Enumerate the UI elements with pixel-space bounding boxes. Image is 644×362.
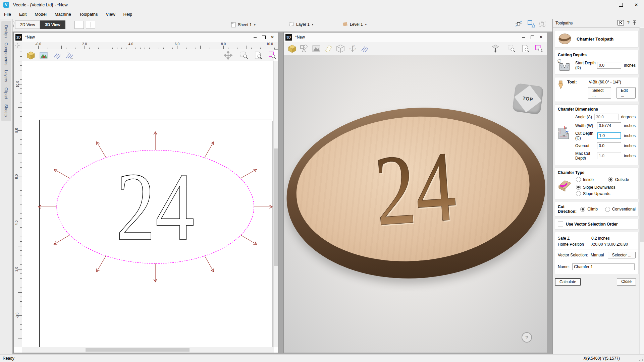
slope-downwards-option[interactable]: Slope Downwards	[576, 185, 636, 190]
2d-vertical-scrollbar[interactable]	[273, 61, 278, 347]
cut-depth-input[interactable]	[597, 132, 621, 139]
svg-text:X: X	[355, 48, 356, 50]
chamfer-inside-label: Inside	[583, 177, 594, 182]
menu-toolpaths[interactable]: Toolpaths	[75, 10, 102, 18]
vector-order-checkbox[interactable]	[558, 222, 563, 227]
material-block-icon[interactable]	[26, 51, 35, 60]
scrollbar-thumb[interactable]	[86, 348, 190, 352]
radio-icon	[576, 191, 581, 196]
tool-edit-button[interactable]: Edit ...	[616, 87, 636, 99]
tab-2d-view[interactable]: 2D View	[15, 20, 40, 29]
3d-badge: 3D	[285, 34, 292, 41]
snap-geometry-icon[interactable]	[514, 19, 523, 28]
sheet-plane-icon[interactable]	[324, 44, 333, 53]
draw-vectors-icon[interactable]	[300, 44, 309, 53]
2d-maximize-button[interactable]	[259, 33, 268, 42]
2d-view-window: 2D *New ✕ -0.0 2.0 4.0 6.0 8.0	[13, 32, 278, 353]
bitmap-icon[interactable]	[39, 51, 48, 60]
2d-vectors: 24	[22, 61, 274, 347]
zoom-selected-icon[interactable]	[268, 51, 277, 60]
selector-button[interactable]: Selector ...	[608, 252, 636, 258]
2d-horizontal-scrollbar[interactable]	[22, 347, 274, 353]
scrollbar-thumb[interactable]	[274, 148, 278, 266]
level-selector-label: Level 1	[350, 22, 363, 27]
2d-canvas[interactable]: 24	[22, 61, 274, 347]
zoom-box-icon[interactable]	[507, 44, 516, 53]
number-vector-text[interactable]: 24	[116, 152, 195, 261]
3d-window-titlebar[interactable]: 3D *New ✕	[284, 33, 547, 42]
panel-scrollbar[interactable]	[639, 27, 644, 354]
2d-minimize-button[interactable]	[251, 33, 259, 42]
zoom-extents-icon[interactable]	[254, 51, 263, 60]
layer-selector-label: Layer 1	[296, 22, 310, 27]
toolpaths-panel-header: Toolpaths ?	[553, 19, 644, 27]
panel-help-icon[interactable]: ?	[627, 20, 630, 25]
chamfer-inside-option[interactable]: Inside	[576, 177, 608, 182]
safe-z-label: Safe Z	[558, 236, 591, 241]
2d-close-button[interactable]: ✕	[268, 33, 277, 42]
tool-value: V-Bit (60.0° - 1/4")	[589, 80, 621, 84]
snap-grid-icon[interactable]	[538, 19, 547, 28]
sidebar-tab-sheets[interactable]: Sheets	[1, 100, 11, 121]
wireframe-box-icon[interactable]	[336, 44, 345, 53]
tool-select-button[interactable]: Select ...	[588, 87, 611, 99]
maximize-button[interactable]	[613, 0, 629, 9]
menu-file[interactable]: File	[0, 10, 15, 18]
tab-3d-view[interactable]: 3D View	[40, 20, 65, 29]
solid-view-icon[interactable]	[491, 44, 500, 53]
bitmap-icon[interactable]	[312, 44, 321, 53]
angle-input[interactable]	[594, 114, 619, 120]
axis-arrow-icon[interactable]: YX Z	[348, 44, 357, 53]
overcut-input[interactable]	[597, 142, 621, 149]
menu-view[interactable]: View	[102, 10, 119, 18]
close-button[interactable]: ✕	[629, 0, 644, 9]
split-vertical-icon[interactable]	[86, 21, 95, 29]
scrollbar-thumb[interactable]	[640, 28, 644, 242]
snap-vectors-icon[interactable]	[527, 19, 535, 28]
level-selector[interactable]: Level 1 ▼	[341, 22, 367, 27]
minimize-button[interactable]	[598, 0, 613, 9]
sheet-selector-label: Sheet 1	[238, 22, 252, 27]
chevron-down-icon: ▼	[253, 23, 256, 26]
split-horizontal-icon[interactable]	[74, 21, 84, 29]
material-block-icon[interactable]	[288, 44, 297, 53]
zoom-extents-icon[interactable]	[521, 44, 530, 53]
menu-edit[interactable]: Edit	[15, 10, 31, 18]
3d-minimize-button[interactable]	[519, 33, 528, 42]
close-panel-button[interactable]: Close	[617, 278, 636, 286]
slope-upwards-label: Slope Upwards	[583, 191, 610, 196]
toolpath-drawing-icon[interactable]	[65, 51, 74, 60]
toolpath-name-input[interactable]	[572, 263, 635, 270]
resize-grip[interactable]	[639, 357, 643, 361]
toolpath-preview-icon[interactable]	[360, 44, 369, 53]
toolpath-preview-icon[interactable]	[53, 51, 61, 60]
calculate-button[interactable]: Calculate	[555, 278, 581, 286]
zoom-box-icon[interactable]	[240, 51, 249, 60]
sidebar-tab-components[interactable]: Components	[1, 39, 11, 69]
collapse-panel-icon[interactable]	[618, 20, 624, 25]
vector-order-card: Use Vector Selection Order	[555, 219, 639, 230]
menu-machine[interactable]: Machine	[51, 10, 75, 18]
2d-window-titlebar[interactable]: 2D *New ✕	[14, 33, 278, 42]
width-input[interactable]	[597, 122, 621, 129]
menu-model[interactable]: Model	[31, 10, 50, 18]
menu-help[interactable]: Help	[119, 10, 137, 18]
conventional-option[interactable]: Conventional	[605, 207, 636, 212]
slope-upwards-option[interactable]: Slope Upwards	[576, 191, 636, 196]
sheet-selector[interactable]: Sheet 1 ▼	[231, 22, 256, 28]
help-button[interactable]: ?	[522, 332, 532, 343]
ruler-label: 6.0	[175, 42, 179, 46]
chamfer-outside-option[interactable]: Outside	[608, 177, 629, 182]
zoom-selected-icon[interactable]	[535, 44, 543, 53]
3d-maximize-button[interactable]	[528, 33, 537, 42]
climb-option[interactable]: Climb	[580, 207, 598, 212]
carved-plaque[interactable]: 24 24	[284, 99, 547, 287]
layer-selector[interactable]: Layer 1 ▼	[288, 22, 314, 27]
start-depth-input[interactable]	[597, 62, 621, 69]
3d-viewport[interactable]: TOP 24	[284, 55, 547, 353]
max-cut-depth-input[interactable]	[597, 153, 621, 159]
3d-close-button[interactable]: ✕	[537, 33, 545, 42]
pin-icon[interactable]	[633, 20, 637, 25]
pan-icon[interactable]	[224, 51, 232, 60]
carved-number-text: 24	[371, 130, 460, 247]
